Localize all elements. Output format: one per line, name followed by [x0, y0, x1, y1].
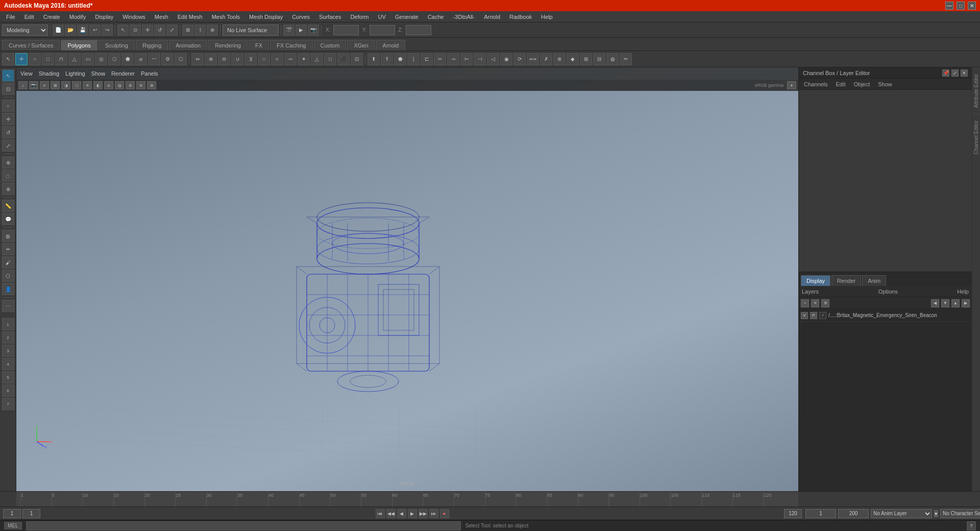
menu-mesh-display[interactable]: Mesh Display	[245, 13, 287, 21]
timeline-ruler[interactable]: 1 5 10 15 20 25 30 35 40 45 50 55 60 65 …	[16, 492, 798, 506]
vp-gamma-dropdown[interactable]: ▾	[787, 81, 796, 89]
tab-sculpting[interactable]: Sculpting	[99, 40, 135, 51]
maximize-button[interactable]: □	[957, 2, 965, 10]
set-pivot-tool[interactable]: ⊗	[2, 183, 14, 195]
menu-edit-mesh[interactable]: Edit Mesh	[174, 13, 207, 21]
menu-cache[interactable]: Cache	[424, 13, 448, 21]
step-fwd-btn[interactable]: ▶▶	[419, 509, 428, 518]
tool-bevel[interactable]: ⬟	[394, 53, 406, 65]
paint-select-tool[interactable]: ⊡	[2, 83, 14, 95]
menu-generate[interactable]: Generate	[391, 13, 423, 21]
rotate-tool[interactable]: ↺	[2, 126, 14, 138]
tool-extract[interactable]: ⊟	[593, 53, 605, 65]
menu-display[interactable]: Display	[91, 13, 117, 21]
viewport-renderer-menu[interactable]: Renderer	[111, 70, 135, 77]
edit-tab[interactable]: Edit	[834, 80, 847, 88]
menu-edit[interactable]: Edit	[20, 13, 38, 21]
tool-insert-edge[interactable]: |	[407, 53, 420, 65]
go-to-start-btn[interactable]: ⏮	[376, 509, 385, 518]
redo-btn[interactable]: ↪	[102, 25, 113, 36]
tool-reduce[interactable]: ⊡	[351, 53, 363, 65]
menu-surfaces[interactable]: Surfaces	[315, 13, 345, 21]
tool-cone[interactable]: △	[68, 53, 81, 65]
display-4-tool[interactable]: 4	[2, 358, 14, 370]
tab-rigging[interactable]: Rigging	[136, 40, 168, 51]
snap-grid-btn[interactable]: ⊞	[182, 25, 193, 36]
tool-cleanup[interactable]: ✦	[298, 53, 310, 65]
select-tool-btn[interactable]: ↖	[117, 25, 129, 36]
step-back-btn[interactable]: ◀◀	[386, 509, 396, 518]
vp-shade-btn[interactable]: ◑	[61, 81, 70, 89]
menu-3dtall[interactable]: -3DtoAll-	[449, 13, 479, 21]
tool-boolean-union[interactable]: ∪	[231, 53, 243, 65]
tool-cube[interactable]: □	[42, 53, 54, 65]
vp-dof-btn[interactable]: ⊛	[126, 81, 135, 89]
tool-wedge[interactable]: ◁	[487, 53, 499, 65]
tool-collapse[interactable]: ◆	[567, 53, 579, 65]
tool-paint[interactable]: ✏	[620, 53, 632, 65]
show-tab[interactable]: Show	[876, 80, 894, 88]
tool-pipe[interactable]: ⌀	[135, 53, 147, 65]
tool-soccer[interactable]: ⬡	[175, 53, 187, 65]
menu-windows[interactable]: Windows	[118, 13, 150, 21]
select-tool[interactable]: ↖	[2, 69, 14, 82]
rotate-tool-btn[interactable]: ↺	[154, 25, 165, 36]
layers-help-btn[interactable]: Help	[957, 288, 969, 295]
layer-prev-btn[interactable]: ◀	[931, 299, 939, 307]
save-btn[interactable]: 💾	[77, 25, 88, 36]
go-to-end-btn[interactable]: ⏭	[429, 509, 438, 518]
anim-range-end[interactable]	[838, 509, 869, 518]
layer-visibility-btn[interactable]: V	[801, 312, 808, 319]
annotation-tool[interactable]: 💬	[2, 213, 14, 225]
tool-sculpt[interactable]: ◍	[606, 53, 619, 65]
tool-bridge[interactable]: ⇑	[381, 53, 393, 65]
anim-layer-dropdown-btn[interactable]: ▾	[934, 510, 938, 517]
open-btn[interactable]: 📂	[65, 25, 76, 36]
artisan-tool[interactable]: 🖌	[2, 256, 14, 269]
play-fwd-btn[interactable]: ▶	[408, 509, 417, 518]
display-tab[interactable]: Display	[801, 275, 830, 286]
tool-fill[interactable]: ⬛	[337, 53, 350, 65]
channel-editor-side-tab[interactable]: Channel Editor	[972, 114, 980, 160]
tool-platonic[interactable]: ⬟	[121, 53, 134, 65]
mode-indicator[interactable]: MEL	[4, 522, 22, 529]
tab-animation[interactable]: Animation	[169, 40, 207, 51]
start-frame-input[interactable]	[3, 509, 21, 518]
record-btn[interactable]: ●	[440, 509, 449, 518]
tool-combine[interactable]: ⊕	[205, 53, 217, 65]
vp-aa-btn[interactable]: A	[104, 81, 113, 89]
no-live-surface-btn[interactable]: No Live Surface	[223, 25, 279, 36]
display-1-tool[interactable]: 1	[2, 318, 14, 330]
menu-modify[interactable]: Modify	[65, 13, 90, 21]
vp-grid-btn[interactable]: #	[40, 81, 49, 89]
menu-radbook[interactable]: Radbook	[505, 13, 536, 21]
vp-mb-btn[interactable]: ≋	[136, 81, 145, 89]
render-btn[interactable]: 🎬	[283, 25, 295, 36]
ipr-btn[interactable]: ▶	[296, 25, 307, 36]
menu-mesh[interactable]: Mesh	[151, 13, 173, 21]
display-7-tool[interactable]: 7	[2, 398, 14, 410]
tab-fx-caching[interactable]: FX Caching	[270, 40, 312, 51]
tab-fx[interactable]: FX	[249, 40, 269, 51]
vp-hud-btn[interactable]: ⊕	[147, 81, 156, 89]
vp-wire-btn[interactable]: ⊠	[51, 81, 60, 89]
coord-y-input[interactable]	[370, 25, 395, 35]
display-2-tool[interactable]: 2	[2, 331, 14, 344]
vp-ao-btn[interactable]: ◍	[115, 81, 124, 89]
menu-help[interactable]: Help	[537, 13, 557, 21]
tool-delete-edge[interactable]: ✗	[540, 53, 552, 65]
menu-curves[interactable]: Curves	[288, 13, 314, 21]
new-scene-btn[interactable]: 📄	[53, 25, 64, 36]
tool-circularize[interactable]: ◉	[500, 53, 512, 65]
display-6-tool[interactable]: 6	[2, 384, 14, 397]
tool-boolean-intersect[interactable]: ∩	[258, 53, 270, 65]
tool-plane[interactable]: ▭	[82, 53, 94, 65]
tab-curves-surfaces[interactable]: Curves / Surfaces	[2, 40, 60, 51]
viewport[interactable]: View Shading Lighting Show Renderer Pane…	[16, 67, 798, 491]
tool-poke[interactable]: ⊣	[474, 53, 486, 65]
tool-smooth[interactable]: ≈	[271, 53, 283, 65]
tool-select[interactable]: ↖	[2, 53, 14, 65]
character-set-select[interactable]: No Character Set	[940, 509, 980, 518]
attribute-editor-side-tab[interactable]: Attribute Editor	[972, 67, 980, 114]
vp-shadow-btn[interactable]: ◐	[93, 81, 103, 89]
